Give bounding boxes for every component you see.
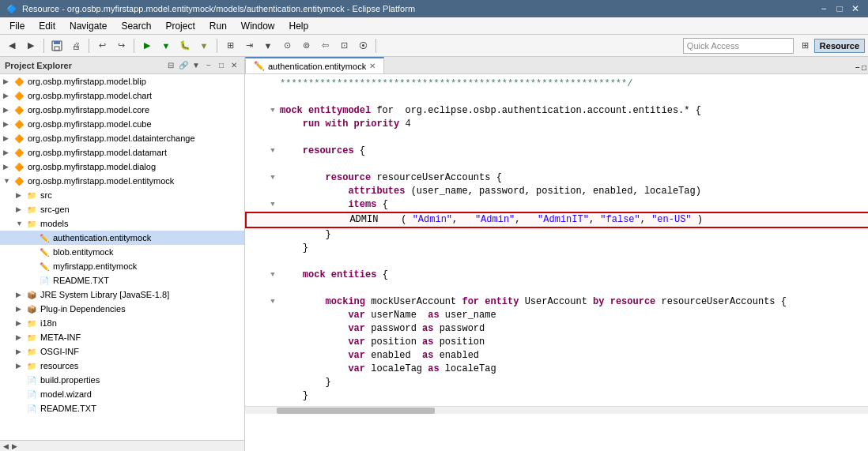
forward-button[interactable]: ▶ xyxy=(22,37,40,54)
tree-item-plugins[interactable]: ▶ 📦 Plug-in Dependencies xyxy=(0,302,244,316)
menu-search[interactable]: Search xyxy=(115,19,157,33)
tree-item-entitymock[interactable]: ▼ 🔶 org.osbp.myfirstapp.model.entitymock xyxy=(0,174,244,188)
sidebar-next-button[interactable]: ▶ xyxy=(10,442,19,450)
code-text-2 xyxy=(278,91,868,104)
menu-window[interactable]: Window xyxy=(235,19,281,33)
editor-hscroll[interactable] xyxy=(245,406,868,414)
tree-item-auth-entitymock[interactable]: ✏️ authentication.entitymock xyxy=(0,231,244,245)
tab-label: authentication.entitymock xyxy=(268,62,366,71)
tree-item-datainterchange[interactable]: ▶ 🔶 org.osbp.myfirstapp.model.datainterc… xyxy=(0,131,244,145)
skip-btn[interactable]: ⊞ xyxy=(221,37,239,54)
menu-navigate[interactable]: Navigate xyxy=(63,19,113,33)
back-button[interactable]: ◀ xyxy=(3,37,21,54)
tree-item-osgiinf[interactable]: ▶ 📁 OSGI-INF xyxy=(0,344,244,359)
tree-item-dialog[interactable]: ▶ 🔶 org.osbp.myfirstapp.model.dialog xyxy=(0,160,244,174)
project-tree[interactable]: ▶ 🔶 org.osbp.myfirstapp.model.blip ▶ 🔶 o… xyxy=(0,74,244,440)
folder-icon-src: 📁 xyxy=(25,190,38,201)
menu-file[interactable]: File xyxy=(3,19,31,33)
tree-item-model-wizard[interactable]: 📄 model.wizard xyxy=(0,387,244,401)
maximize-button[interactable]: □ xyxy=(833,3,846,14)
arrow-metainf: ▶ xyxy=(16,333,25,341)
tree-item-readme-models[interactable]: 📄 README.TXT xyxy=(0,273,244,288)
maximize-panel-button[interactable]: □ xyxy=(216,61,227,70)
redo-button[interactable]: ↪ xyxy=(112,37,130,54)
collapse-mocking[interactable]: ▼ xyxy=(267,295,278,309)
skip-btn2[interactable]: ⇥ xyxy=(240,37,258,54)
collapse-8[interactable]: ▼ xyxy=(267,171,278,185)
tree-item-src[interactable]: ▶ 📁 src xyxy=(0,188,244,202)
skip-btn3[interactable]: ⊙ xyxy=(278,37,296,54)
link-editor-button[interactable]: 🔗 xyxy=(178,61,189,70)
debug-button[interactable]: 🐛 xyxy=(176,37,194,54)
tree-item-metainf[interactable]: ▶ 📁 META-INF xyxy=(0,330,244,344)
tab-icon: ✏️ xyxy=(254,61,265,71)
close-panel-button[interactable]: ✕ xyxy=(228,61,240,70)
panel-menu-button[interactable]: ▼ xyxy=(191,61,202,70)
editor-tab-bar: ✏️ authentication.entitymock ✕ − □ xyxy=(245,57,868,74)
open-perspective-button[interactable]: ⊞ xyxy=(798,39,813,53)
tree-item-chart[interactable]: ▶ 🔶 org.osbp.myfirstapp.model.chart xyxy=(0,88,244,103)
arrow-plugins: ▶ xyxy=(16,305,25,313)
tree-item-resources[interactable]: ▶ 📁 resources xyxy=(0,359,244,373)
folder-icon-osgiinf: 📁 xyxy=(25,346,38,357)
editor-maximize-button[interactable]: □ xyxy=(862,63,866,72)
code-line-7 xyxy=(245,158,868,171)
tree-item-blob-entitymock[interactable]: ✏️ blob.entitymock xyxy=(0,245,244,259)
run-button[interactable]: ▶ xyxy=(138,37,156,54)
menu-bar: File Edit Navigate Search Project Run Wi… xyxy=(0,17,868,35)
skip-btn7[interactable]: ⦿ xyxy=(354,37,372,54)
menu-help[interactable]: Help xyxy=(283,19,315,33)
skip-dropdown2[interactable]: ▼ xyxy=(259,37,277,54)
code-editor[interactable]: ****************************************… xyxy=(245,74,868,451)
tree-item-readme-root[interactable]: 📄 README.TXT xyxy=(0,401,244,415)
label-blip: org.osbp.myfirstapp.model.blip xyxy=(28,77,146,86)
skip-btn4[interactable]: ⊚ xyxy=(297,37,315,54)
label-auth-entitymock: authentication.entitymock xyxy=(53,233,151,242)
minimize-button[interactable]: − xyxy=(817,3,830,14)
tree-item-jre[interactable]: ▶ 📦 JRE System Library [JavaSE-1.8] xyxy=(0,288,244,302)
tree-item-models[interactable]: ▼ 📁 models xyxy=(0,216,244,231)
tab-authentication-entitymock[interactable]: ✏️ authentication.entitymock ✕ xyxy=(245,57,384,73)
tree-item-i18n[interactable]: ▶ 📁 i18n xyxy=(0,316,244,330)
code-line-close-mocking: } xyxy=(245,376,868,389)
hscroll-thumb[interactable] xyxy=(277,408,435,414)
save-all-button[interactable] xyxy=(48,37,66,54)
sidebar-prev-button[interactable]: ◀ xyxy=(2,442,10,450)
collapse-6[interactable]: ▼ xyxy=(267,145,278,158)
tab-close-button[interactable]: ✕ xyxy=(369,62,376,70)
tree-item-build-properties[interactable]: 📄 build.properties xyxy=(0,373,244,387)
skip-btn5[interactable]: ⇦ xyxy=(316,37,334,54)
arrow-chart: ▶ xyxy=(3,92,13,100)
arrow-models: ▼ xyxy=(16,220,25,227)
menu-edit[interactable]: Edit xyxy=(32,19,62,33)
code-line-mocking: ▼ mocking mockUserAccount for entity Use… xyxy=(245,295,868,309)
collapse-10[interactable]: ▼ xyxy=(267,198,278,212)
menu-project[interactable]: Project xyxy=(159,19,201,33)
toolbar-separator-1 xyxy=(43,39,44,53)
collapse-mock-entities[interactable]: ▼ xyxy=(267,269,278,282)
window-controls[interactable]: − □ ✕ xyxy=(817,3,862,14)
print-button[interactable]: 🖨 xyxy=(67,37,85,54)
tree-item-blip[interactable]: ▶ 🔶 org.osbp.myfirstapp.model.blip xyxy=(0,74,244,88)
collapse-3[interactable]: ▼ xyxy=(267,104,278,118)
perspective-resource[interactable]: Resource xyxy=(814,39,865,53)
tree-item-myfirstapp-entitymock[interactable]: ✏️ myfirstapp.entitymock xyxy=(0,259,244,273)
code-text-var-localetag: var localeTag as localeTag xyxy=(278,363,868,376)
debug-dropdown[interactable]: ▼ xyxy=(195,37,213,54)
code-text-var-position: var position as position xyxy=(278,336,868,349)
undo-button[interactable]: ↩ xyxy=(93,37,111,54)
menu-run[interactable]: Run xyxy=(203,19,233,33)
editor-minimize-button[interactable]: − xyxy=(855,63,860,72)
tree-item-core[interactable]: ▶ 🔶 org.osbp.myfirstapp.model.core xyxy=(0,103,244,117)
collapse-all-button[interactable]: ⊟ xyxy=(165,61,176,70)
tree-item-cube[interactable]: ▶ 🔶 org.osbp.myfirstapp.model.cube xyxy=(0,117,244,131)
label-jre: JRE System Library [JavaSE-1.8] xyxy=(40,290,169,299)
arrow-srcgen: ▶ xyxy=(16,205,25,213)
minimize-panel-button[interactable]: − xyxy=(203,61,214,70)
tree-item-srcgen[interactable]: ▶ 📁 src-gen xyxy=(0,202,244,216)
skip-btn6[interactable]: ⊡ xyxy=(335,37,353,54)
quick-access-input[interactable]: Quick Access xyxy=(683,38,794,54)
close-button[interactable]: ✕ xyxy=(849,3,862,14)
tree-item-datamart[interactable]: ▶ 🔶 org.osbp.myfirstapp.model.datamart xyxy=(0,145,244,160)
run-dropdown[interactable]: ▼ xyxy=(157,37,175,54)
